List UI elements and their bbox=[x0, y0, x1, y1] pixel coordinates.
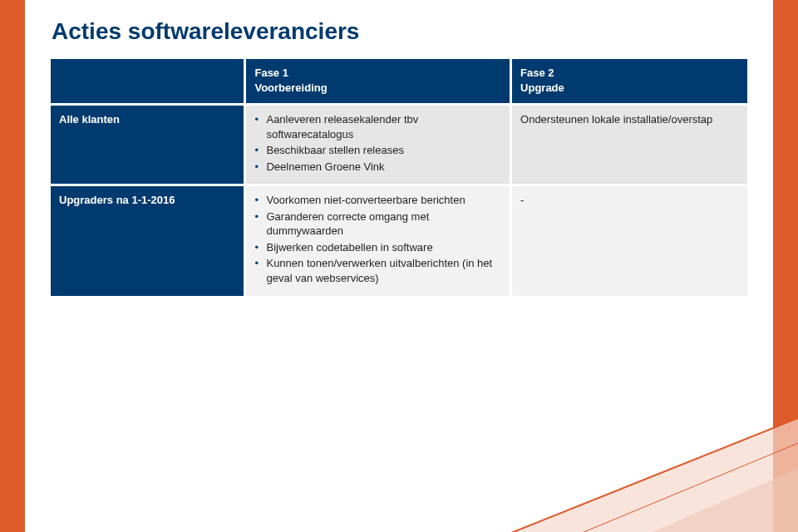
row-label: Upgraders na 1-1-2016 bbox=[50, 185, 245, 297]
decorative-diagonal bbox=[391, 415, 798, 532]
list-item: Voorkomen niet-converteerbare berichten bbox=[254, 193, 501, 208]
table-header-row: Fase 1 Voorbereiding Fase 2 Upgrade bbox=[50, 58, 749, 105]
slide-page: Acties softwareleveranciers Fase 1 Voorb… bbox=[25, 0, 773, 532]
col-header-fase1: Fase 1 Voorbereiding bbox=[245, 58, 511, 105]
col-header-fase2: Fase 2 Upgrade bbox=[511, 58, 749, 105]
list-item: Deelnemen Groene Vink bbox=[254, 160, 501, 175]
cell-fase2: Ondersteunen lokale installatie/overstap bbox=[511, 105, 749, 185]
col-header-blank bbox=[50, 58, 245, 105]
table-row: Upgraders na 1-1-2016 Voorkomen niet-con… bbox=[50, 185, 749, 297]
page-title: Acties softwareleveranciers bbox=[52, 18, 750, 45]
cell-fase1: Voorkomen niet-converteerbare berichten … bbox=[245, 185, 511, 297]
row-label: Alle klanten bbox=[50, 105, 245, 185]
svg-marker-1 bbox=[540, 465, 798, 532]
svg-line-2 bbox=[391, 415, 798, 532]
svg-marker-0 bbox=[391, 415, 798, 532]
cell-fase2: - bbox=[511, 185, 749, 297]
list-item: Bijwerken codetabellen in software bbox=[254, 240, 501, 255]
bullet-list: Aanleveren releasekalender tbv softwarec… bbox=[254, 112, 501, 174]
list-item: Kunnen tonen/verwerken uitvalberichten (… bbox=[254, 256, 501, 285]
list-item: Beschikbaar stellen releases bbox=[254, 143, 501, 158]
list-item: Aanleveren releasekalender tbv softwarec… bbox=[254, 112, 501, 141]
bullet-list: Voorkomen niet-converteerbare berichten … bbox=[254, 193, 501, 285]
svg-line-3 bbox=[466, 440, 798, 532]
list-item: Garanderen correcte omgang met dummywaar… bbox=[254, 209, 501, 239]
actions-table: Fase 1 Voorbereiding Fase 2 Upgrade Alle… bbox=[48, 57, 750, 298]
table-row: Alle klanten Aanleveren releasekalender … bbox=[50, 105, 749, 185]
cell-fase1: Aanleveren releasekalender tbv softwarec… bbox=[245, 105, 511, 185]
